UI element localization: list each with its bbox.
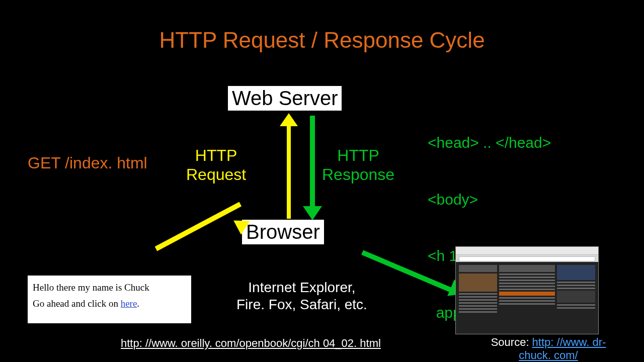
thumb-block [459,308,497,310]
label-http-response: HTTP Response [322,146,394,185]
label-http-response-l1: HTTP [322,146,394,165]
arrowhead-request-up [280,113,298,126]
thumb-block [459,296,497,298]
label-http-response-l2: Response [322,165,394,184]
thumb-block [499,303,554,305]
thumb-block [557,291,595,303]
thumb-block [557,307,595,309]
snippet-line2-suffix: . [137,298,139,309]
thumb-block [557,265,595,280]
arrow-response-down [310,116,315,209]
node-browser: Browser [242,219,325,245]
arrow-click-to-browser [155,202,242,251]
thumb-block [499,286,554,287]
node-web-server: Web Server [227,85,342,111]
label-browser-examples: Internet Explorer, Fire. Fox, Safari, et… [236,279,367,313]
label-get-request: GET /index. html [28,153,147,172]
thumb-block [459,305,497,307]
thumb-block [557,282,595,283]
snippet-line2-prefix: Go ahead and click on [33,298,121,309]
source-citation: Source: http: //www. dr-chuck. com/ [473,336,624,362]
thumb-block [499,300,554,302]
label-browser-examples-l1: Internet Explorer, [236,279,367,296]
snippet-line2: Go ahead and click on here. [33,296,186,312]
thumb-block [557,285,595,286]
thumb-block [459,293,497,295]
source-link-l2: chuck. com/ [519,349,578,361]
source-prefix: Source: [491,336,532,348]
thumb-block [459,302,497,304]
thumb-block [499,289,554,290]
payload-line: <head> .. </head> [428,133,570,152]
label-http-request-l2: Request [186,165,246,184]
arrow-request-up [287,123,291,219]
thumb-block [459,265,497,272]
thumb-block [459,311,497,313]
thumb-block [499,297,554,299]
source-link[interactable]: http: //www. dr-chuck. com/ [519,336,606,361]
thumb-block [499,277,554,278]
thumb-block [499,280,554,281]
thumb-block [499,283,554,284]
thumb-address-bar [459,256,595,261]
label-http-request-l1: HTTP [186,146,246,165]
thumb-block [557,288,595,289]
thumb-window-chrome [456,247,598,255]
slide-title: HTTP Request / Response Cycle [0,0,644,53]
thumb-block [499,292,554,296]
thumb-block [499,265,554,272]
thumb-block [459,274,497,292]
sample-page-snippet: Hello there my name is Chuck Go ahead an… [28,276,191,323]
rendered-page-thumbnail [455,246,599,334]
payload-line: <body> [428,190,570,209]
snippet-here-link[interactable]: here [121,298,137,309]
thumb-block [557,304,595,306]
label-browser-examples-l2: Fire. Fox, Safari, etc. [236,296,367,313]
thumb-block [459,299,497,301]
footer-reference-link[interactable]: http: //www. oreilly. com/openbook/cgi/c… [121,337,381,350]
arrowhead-response-down [303,206,322,220]
source-link-l1: http: //www. dr- [532,336,606,348]
snippet-line1: Hello there my name is Chuck [33,280,186,296]
thumb-block [499,274,554,275]
label-http-request: HTTP Request [186,146,246,185]
thumb-body [456,262,598,334]
